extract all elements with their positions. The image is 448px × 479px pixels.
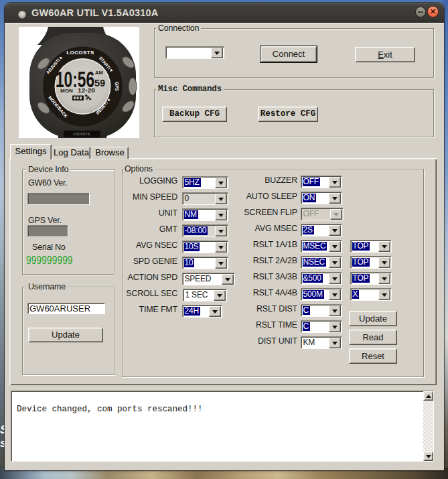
svg-text:12-20: 12-20 (78, 87, 95, 94)
svg-text:GPS: GPS (115, 82, 119, 91)
svg-text:LOCOSTS: LOCOSTS (73, 133, 90, 136)
svg-text:MON: MON (60, 88, 73, 94)
svg-text:59: 59 (94, 78, 105, 88)
svg-text:LOCOSTS: LOCOSTS (66, 50, 94, 56)
svg-text:AM: AM (95, 70, 103, 76)
